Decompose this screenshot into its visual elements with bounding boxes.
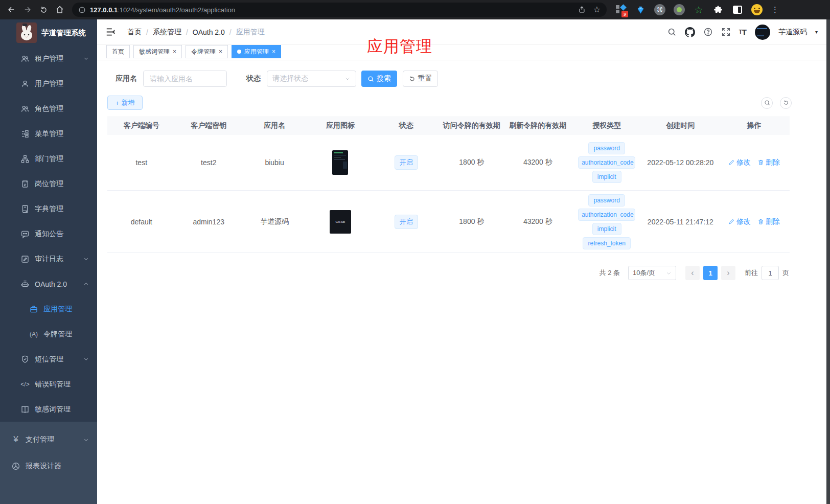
- url-bar[interactable]: 127.0.0.1:1024/system/oauth2/oauth2/appl…: [72, 3, 607, 17]
- sidebar-item-dict[interactable]: 字典管理: [0, 196, 97, 221]
- url-text[interactable]: 127.0.0.1:1024/system/oauth2/oauth2/appl…: [90, 6, 578, 14]
- sidebar-item-tenant[interactable]: 租户管理: [0, 46, 97, 71]
- chevron-up-icon: [83, 281, 89, 287]
- pagination: 共 2 条 10条/页 ‹ 1 › 前往 页: [600, 266, 789, 280]
- sidebar-item-error-code[interactable]: </> 错误码管理: [0, 372, 97, 397]
- book-icon: [20, 204, 30, 214]
- edit-link[interactable]: 修改: [728, 217, 751, 226]
- cell-status: 开启: [374, 155, 439, 170]
- grant-tag: implicit: [592, 171, 621, 183]
- robot-icon: [20, 280, 30, 289]
- next-page-button[interactable]: ›: [721, 266, 735, 280]
- extension-gem-icon[interactable]: [634, 4, 647, 16]
- extension-tabs-icon[interactable]: 9: [615, 4, 627, 16]
- briefcase-icon: [29, 305, 38, 314]
- help-icon[interactable]: [703, 27, 713, 37]
- user-avatar[interactable]: [755, 25, 770, 40]
- sidebar-item-report-designer[interactable]: 报表设计器: [0, 453, 97, 479]
- tag-views-bar: 首页 敏感词管理× 令牌管理× 应用管理×: [97, 45, 830, 60]
- sidebar-item-label: 用户管理: [35, 79, 63, 88]
- breadcrumb-home[interactable]: 首页: [127, 28, 142, 37]
- edit-link[interactable]: 修改: [728, 158, 751, 167]
- search-icon[interactable]: [667, 27, 677, 37]
- close-icon[interactable]: ×: [272, 49, 275, 55]
- sidebar-item-sms[interactable]: 短信管理: [0, 347, 97, 372]
- profile-avatar[interactable]: [751, 4, 763, 16]
- sidebar-item-audit-log[interactable]: 审计日志: [0, 246, 97, 271]
- close-icon[interactable]: ×: [173, 49, 176, 55]
- cell-refresh-ttl: 43200 秒: [504, 217, 571, 226]
- sidebar-item-notice[interactable]: 通知公告: [0, 221, 97, 246]
- sidebar-item-post[interactable]: 岗位管理: [0, 171, 97, 196]
- sidebar-item-pay[interactable]: ¥ 支付管理: [0, 426, 97, 453]
- browser-reload-icon[interactable]: [39, 6, 48, 14]
- annotation-title: 应用管理: [367, 36, 432, 57]
- tab-token[interactable]: 令牌管理×: [186, 45, 228, 58]
- table-row: test test2 biubiu 开启 1800 秒 43200 秒 pass…: [107, 134, 790, 191]
- user-menu-caret-icon[interactable]: ▾: [815, 29, 818, 35]
- side-panel-icon[interactable]: [731, 4, 744, 16]
- browser-menu-icon[interactable]: ⋮: [771, 5, 779, 14]
- sidebar-item-oauth-application[interactable]: 应用管理: [0, 296, 97, 322]
- app-icon-github-thumbnail: GitHub: [330, 210, 351, 234]
- sidebar-item-label: 菜单管理: [35, 129, 63, 139]
- page-size-select[interactable]: 10条/页: [628, 266, 676, 280]
- browser-forward-icon[interactable]: [23, 5, 32, 14]
- close-icon[interactable]: ×: [219, 49, 222, 55]
- sidebar-item-dept[interactable]: 部门管理: [0, 146, 97, 171]
- cell-access-ttl: 1800 秒: [439, 217, 504, 226]
- sidebar-item-menu[interactable]: 菜单管理: [0, 121, 97, 146]
- refresh-button[interactable]: [780, 97, 792, 109]
- current-page-button[interactable]: 1: [703, 266, 718, 280]
- share-icon[interactable]: [578, 6, 586, 14]
- goto-page-input[interactable]: [762, 266, 779, 280]
- sidebar-item-label: 部门管理: [35, 154, 63, 164]
- sidebar-collapse-icon[interactable]: [106, 28, 116, 36]
- bookmark-star-icon[interactable]: ☆: [593, 6, 601, 14]
- extensions-puzzle-icon[interactable]: [712, 4, 724, 16]
- sidebar-item-oauth[interactable]: OAuth 2.0: [0, 271, 97, 296]
- breadcrumb-oauth[interactable]: OAuth 2.0: [193, 28, 225, 36]
- sidebar: 芋道管理系统 租户管理 用户管理 角色管理 菜单管理 部门管理 岗位管理: [0, 19, 97, 504]
- table-row: default admin123 芋道源码 GitHub 开启 1800 秒 4…: [107, 191, 790, 253]
- extension-command-icon[interactable]: ⌘: [654, 4, 666, 16]
- sidebar-item-label: 岗位管理: [35, 179, 63, 189]
- badge-icon: [20, 179, 30, 189]
- username[interactable]: 芋道源码: [778, 28, 807, 37]
- sidebar-item-user[interactable]: 用户管理: [0, 71, 97, 96]
- github-icon[interactable]: [685, 27, 695, 37]
- delete-link[interactable]: 删除: [757, 158, 780, 167]
- sidebar-item-label: 支付管理: [26, 435, 54, 444]
- browser-back-icon[interactable]: [7, 5, 16, 14]
- site-info-icon[interactable]: [78, 6, 86, 14]
- sidebar-item-label: 角色管理: [35, 104, 63, 113]
- app-logo[interactable]: 芋道管理系统: [0, 19, 97, 46]
- sidebar-item-label: OAuth 2.0: [35, 280, 67, 288]
- status-select[interactable]: 请选择状态: [267, 71, 356, 87]
- reset-button[interactable]: 重置: [403, 71, 438, 87]
- sidebar-item-oauth-token[interactable]: (A) 令牌管理: [0, 322, 97, 347]
- delete-link[interactable]: 删除: [757, 217, 780, 226]
- status-badge[interactable]: 开启: [395, 215, 418, 229]
- tab-sensitive-word[interactable]: 敏感词管理×: [133, 45, 182, 58]
- sidebar-item-label: 短信管理: [35, 355, 63, 364]
- breadcrumb-system[interactable]: 系统管理: [153, 28, 181, 37]
- sidebar-item-role[interactable]: 角色管理: [0, 96, 97, 121]
- page-scrollbar[interactable]: [826, 19, 830, 504]
- tab-application[interactable]: 应用管理×: [232, 45, 281, 58]
- fullscreen-icon[interactable]: [721, 27, 731, 37]
- font-size-icon[interactable]: TT: [739, 28, 747, 36]
- tab-home[interactable]: 首页: [106, 45, 130, 58]
- add-button[interactable]: + 新增: [107, 96, 143, 110]
- status-badge[interactable]: 开启: [395, 155, 418, 170]
- cell-client-secret: admin123: [176, 218, 242, 226]
- toggle-search-button[interactable]: [761, 97, 773, 109]
- prev-page-button[interactable]: ‹: [685, 266, 700, 280]
- sidebar-item-sensitive-word[interactable]: 敏感词管理: [0, 397, 97, 422]
- browser-home-icon[interactable]: [55, 5, 64, 14]
- app-name-input[interactable]: [144, 71, 226, 86]
- extension-recorder-icon[interactable]: [673, 4, 685, 16]
- search-button[interactable]: 搜索: [361, 71, 397, 87]
- app-name-label: 应用名: [116, 74, 137, 83]
- extension-star-icon[interactable]: ☆: [693, 4, 705, 16]
